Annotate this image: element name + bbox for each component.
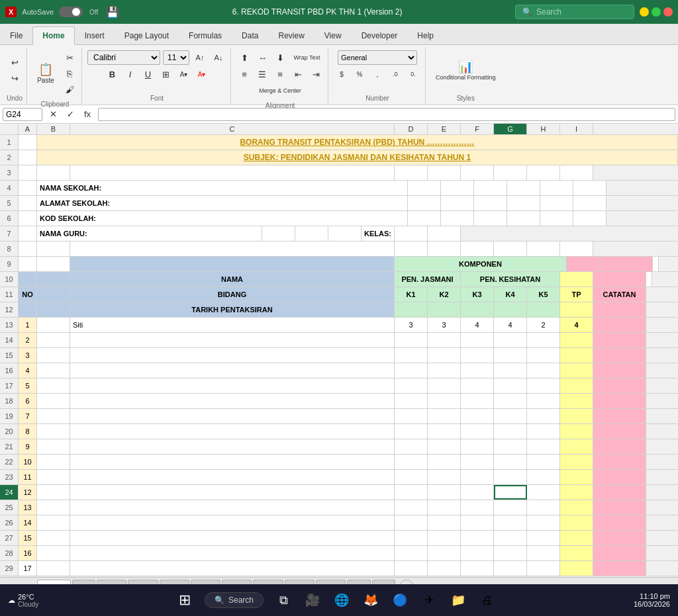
bold-button[interactable]: B: [105, 67, 121, 81]
cell-D23[interactable]: [395, 470, 428, 484]
cell-C15[interactable]: [70, 348, 395, 363]
cell-H23[interactable]: [527, 470, 560, 484]
cell-H17[interactable]: [527, 378, 560, 393]
cell-B23[interactable]: [37, 470, 70, 484]
tab-view[interactable]: View: [315, 26, 352, 45]
cell-C21[interactable]: [70, 439, 395, 454]
cell-F23[interactable]: [461, 470, 494, 484]
tab-review[interactable]: Review: [268, 26, 314, 45]
cell-num-13[interactable]: 13: [19, 500, 37, 515]
cell-subtitle[interactable]: SUBJEK: PENDIDIKAN JASMANI DAN KESIHATAN…: [37, 150, 678, 165]
cell-tp-13[interactable]: [560, 500, 593, 515]
cell-catatan-1[interactable]: [593, 318, 646, 332]
font-family-select[interactable]: Calibri: [87, 50, 160, 65]
cell-E6[interactable]: [441, 211, 474, 226]
cell-F12[interactable]: [461, 302, 494, 317]
cell-G25[interactable]: [494, 500, 527, 515]
cell-E5[interactable]: [441, 196, 474, 210]
save-icon[interactable]: 💾: [106, 6, 119, 19]
cell-E27[interactable]: [428, 531, 461, 545]
cell-A10[interactable]: [19, 272, 37, 286]
taskbar-video-icon[interactable]: 🎥: [301, 588, 324, 612]
cell-G24[interactable]: [494, 485, 527, 500]
cell-alamat-sekolah[interactable]: ALAMAT SEKOLAH:: [37, 196, 408, 210]
cell-k5-header[interactable]: K5: [527, 287, 560, 302]
cell-E15[interactable]: [428, 348, 461, 363]
cell-F20[interactable]: [461, 424, 494, 439]
cell-num-15[interactable]: 15: [19, 531, 37, 545]
cell-H10[interactable]: [593, 272, 646, 286]
cell-F28[interactable]: [461, 546, 494, 560]
cell-D27[interactable]: [395, 531, 428, 545]
cell-A6[interactable]: [19, 211, 37, 226]
cell-k1-header[interactable]: K1: [395, 287, 428, 302]
cell-F15[interactable]: [461, 348, 494, 363]
cut-button[interactable]: ✂: [62, 50, 77, 65]
tab-data[interactable]: Data: [232, 26, 268, 45]
align-bottom-button[interactable]: ⬇: [273, 50, 289, 65]
cell-D12[interactable]: [395, 302, 428, 317]
cell-H16[interactable]: [527, 363, 560, 378]
taskbar-search[interactable]: 🔍 Search: [205, 592, 264, 608]
tab-formulas[interactable]: Formulas: [179, 26, 232, 45]
cell-catatan-header[interactable]: CATATAN: [593, 287, 646, 302]
cell-reference-input[interactable]: [3, 108, 42, 121]
cell-H5[interactable]: [540, 196, 573, 210]
borders-button[interactable]: ⊞: [158, 67, 174, 81]
cancel-formula-button[interactable]: ✕: [45, 107, 61, 122]
cell-F26[interactable]: [461, 515, 494, 530]
taskbar-files-icon[interactable]: 📁: [446, 588, 470, 612]
cell-tp-17[interactable]: [560, 561, 593, 576]
cell-E3[interactable]: [428, 165, 461, 180]
cell-nama-guru[interactable]: NAMA GURU:: [37, 226, 262, 241]
cell-G22[interactable]: [494, 455, 527, 469]
cell-num-9[interactable]: 9: [19, 439, 37, 454]
cell-D15[interactable]: [395, 348, 428, 363]
cell-D17[interactable]: [395, 378, 428, 393]
cell-catatan-15[interactable]: [593, 531, 646, 545]
cell-D8[interactable]: [395, 242, 428, 256]
cell-G21[interactable]: [494, 439, 527, 454]
cell-B11[interactable]: [37, 287, 70, 302]
cell-I9[interactable]: [653, 257, 659, 271]
cell-D4[interactable]: [408, 181, 441, 195]
decrease-indent-button[interactable]: ⇤: [290, 67, 306, 81]
cell-H20[interactable]: [527, 424, 560, 439]
decrease-font-button[interactable]: A↓: [211, 50, 226, 65]
tab-insert[interactable]: Insert: [75, 26, 115, 45]
cell-k2-header[interactable]: K2: [428, 287, 461, 302]
cell-G12[interactable]: [494, 302, 527, 317]
cell-H25[interactable]: [527, 500, 560, 515]
conditional-formatting-button[interactable]: 📊 Conditional Formatting: [431, 58, 501, 84]
cell-F18[interactable]: [461, 394, 494, 408]
cell-tp-2[interactable]: [560, 333, 593, 347]
cell-C29[interactable]: [70, 561, 395, 576]
cell-B16[interactable]: [37, 363, 70, 378]
cell-B12[interactable]: [37, 302, 70, 317]
cell-B27[interactable]: [37, 531, 70, 545]
format-painter-button[interactable]: 🖌: [62, 82, 77, 97]
cell-E20[interactable]: [428, 424, 461, 439]
cell-G29[interactable]: [494, 561, 527, 576]
cell-D24[interactable]: [395, 485, 428, 500]
cell-A12[interactable]: [19, 302, 37, 317]
cell-G19[interactable]: [494, 409, 527, 423]
cell-bidang[interactable]: BIDANG: [70, 287, 395, 302]
cell-I12[interactable]: [560, 302, 593, 317]
cell-E29[interactable]: [428, 561, 461, 576]
cell-D28[interactable]: [395, 546, 428, 560]
cell-F14[interactable]: [461, 333, 494, 347]
cell-E24[interactable]: [428, 485, 461, 500]
cell-G6[interactable]: [507, 211, 540, 226]
cell-k3-1[interactable]: 4: [461, 318, 494, 332]
cell-catatan-2[interactable]: [593, 333, 646, 347]
cell-G10[interactable]: [560, 272, 593, 286]
formula-input[interactable]: [98, 108, 675, 121]
cell-catatan-5[interactable]: [593, 378, 646, 393]
cell-F5[interactable]: [474, 196, 507, 210]
cell-A8[interactable]: [19, 242, 37, 256]
col-header-E[interactable]: E: [428, 124, 461, 134]
fill-color-button[interactable]: A▾: [176, 67, 192, 81]
cell-title[interactable]: BORANG TRANSIT PENTAKSIRAN (PBD) TAHUN ……: [37, 135, 678, 150]
cell-num-10[interactable]: 10: [19, 455, 37, 469]
